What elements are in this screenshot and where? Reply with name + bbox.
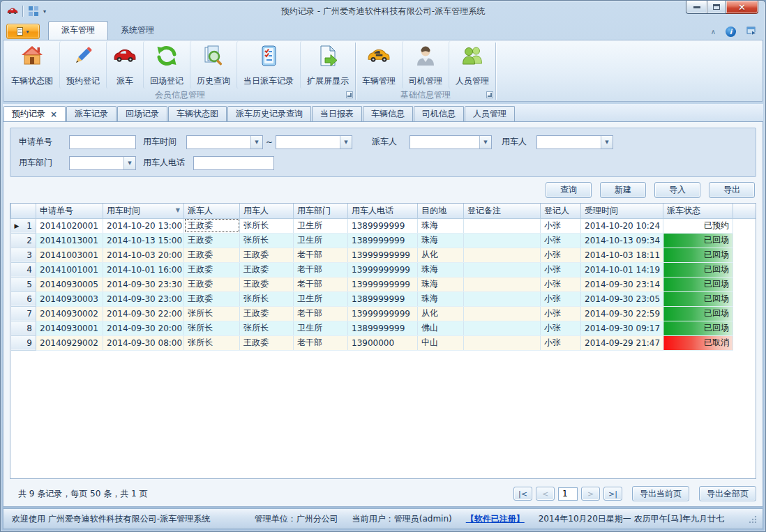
reservation-register-button[interactable]: 预约登记: [59, 41, 106, 89]
cell[interactable]: 2014-09-30 23:05: [581, 291, 663, 306]
new-button[interactable]: 新建: [600, 182, 646, 198]
doc-tab-6[interactable]: 车辆信息: [363, 106, 413, 121]
row-selector-cell[interactable]: 2: [11, 233, 36, 248]
table-row[interactable]: 4201410010012014-10-01 16:00王政委王政委老干部139…: [11, 262, 756, 277]
cell[interactable]: 2014-09-30 22:00: [103, 306, 184, 321]
resize-grip[interactable]: [748, 515, 757, 524]
personnel-manage-button[interactable]: 人员管理: [449, 41, 495, 89]
chevron-down-icon[interactable]: ▾: [43, 8, 46, 15]
cell[interactable]: 2014-10-13 09:34: [581, 233, 663, 248]
cell[interactable]: 卫生所: [294, 233, 348, 248]
doc-tab-0[interactable]: 预约记录×: [3, 106, 66, 121]
info-icon[interactable]: i: [726, 26, 736, 37]
cell[interactable]: 2014-09-30 23:30: [103, 277, 184, 291]
phone-input[interactable]: [193, 156, 274, 170]
chevron-down-icon[interactable]: ▼: [250, 136, 262, 149]
status-badge[interactable]: 已取消: [663, 335, 733, 350]
cell[interactable]: 张所长: [184, 306, 240, 321]
column-header-0[interactable]: [11, 204, 36, 218]
chevron-down-icon[interactable]: ▼: [479, 136, 491, 149]
cell[interactable]: 2014-09-30 08:00: [103, 335, 184, 350]
cell[interactable]: 王政委: [240, 248, 294, 262]
cell[interactable]: 王政委: [240, 335, 294, 350]
collapse-ribbon-icon[interactable]: ∧: [711, 28, 716, 36]
cell[interactable]: 张所长: [240, 291, 294, 306]
doc-tab-5[interactable]: 当日报表: [312, 106, 362, 121]
cell[interactable]: 珠海: [418, 233, 464, 248]
cell[interactable]: 王政委: [184, 248, 240, 262]
history-query-button[interactable]: 历史查询: [190, 41, 236, 89]
cell[interactable]: 小张: [541, 335, 581, 350]
cell[interactable]: 2014-09-30 23:00: [103, 291, 184, 306]
cell[interactable]: 2014-10-20 13:00: [103, 218, 184, 233]
cell[interactable]: 王政委: [184, 291, 240, 306]
cell[interactable]: 小张: [541, 233, 581, 248]
cell[interactable]: 王政委: [240, 306, 294, 321]
cell[interactable]: 小张: [541, 218, 581, 233]
dispatch-button[interactable]: 派车: [106, 41, 143, 89]
cell[interactable]: 2014-09-30 22:59: [581, 306, 663, 321]
car-user-combo[interactable]: ▼: [536, 135, 613, 149]
status-badge[interactable]: 已回场: [663, 248, 733, 262]
ribbon-tab-system[interactable]: 系统管理: [108, 22, 167, 40]
cell[interactable]: 小张: [541, 277, 581, 291]
cell[interactable]: 老干部: [294, 262, 348, 277]
export-current-page-button[interactable]: 导出当前页: [632, 486, 689, 501]
status-badge[interactable]: 已预约: [663, 218, 733, 233]
dialog-launcher-icon[interactable]: [346, 91, 353, 98]
close-button[interactable]: ✕: [726, 1, 758, 14]
cell[interactable]: 张所长: [184, 335, 240, 350]
cell[interactable]: [464, 335, 541, 350]
window-style-grid-icon[interactable]: [27, 6, 39, 17]
cell[interactable]: 卫生所: [294, 291, 348, 306]
export-all-pages-button[interactable]: 导出全部页: [699, 486, 756, 501]
return-register-button[interactable]: 回场登记: [143, 41, 190, 89]
cell[interactable]: 13999999999: [348, 306, 418, 321]
cell[interactable]: 王政委: [184, 233, 240, 248]
cell[interactable]: 1389999999: [348, 233, 418, 248]
cell[interactable]: 老干部: [294, 306, 348, 321]
maximize-button[interactable]: [707, 1, 726, 14]
cell[interactable]: 王政委: [184, 277, 240, 291]
cell[interactable]: 王政委: [184, 262, 240, 277]
cell[interactable]: 2014-10-20 10:24: [581, 218, 663, 233]
row-selector-cell[interactable]: 7: [11, 306, 36, 321]
doc-tab-3[interactable]: 车辆状态图: [168, 106, 227, 121]
cell[interactable]: 小张: [541, 248, 581, 262]
row-selector-cell[interactable]: ▶1: [11, 218, 36, 233]
cell[interactable]: 从化: [418, 306, 464, 321]
cell[interactable]: 2014-10-01 14:19: [581, 262, 663, 277]
use-time-to-combo[interactable]: ▼: [276, 135, 352, 149]
status-badge[interactable]: 已回场: [663, 277, 733, 291]
table-row[interactable]: 6201409300032014-09-30 23:00王政委张所长卫生所138…: [11, 291, 756, 306]
column-header-5[interactable]: 用车部门: [294, 204, 348, 218]
cell[interactable]: 王政委: [240, 262, 294, 277]
skin-switch-icon[interactable]: [746, 25, 757, 38]
ribbon-tab-dispatch[interactable]: 派车管理: [48, 21, 108, 40]
column-header-11[interactable]: 派车状态: [663, 204, 733, 218]
use-time-from-combo[interactable]: ▼: [186, 135, 263, 149]
license-link[interactable]: 【软件已注册】: [466, 513, 525, 525]
column-header-7[interactable]: 目的地: [418, 204, 464, 218]
cell[interactable]: 13999999999: [348, 262, 418, 277]
table-row[interactable]: 2201410130012014-10-13 15:00王政委张所长卫生所138…: [11, 233, 756, 248]
cell[interactable]: 20141020001: [36, 218, 103, 233]
close-tab-icon[interactable]: ×: [50, 110, 57, 119]
table-row[interactable]: 7201409300022014-09-30 22:00张所长王政委老干部139…: [11, 306, 756, 321]
column-header-6[interactable]: 用车人电话: [348, 204, 418, 218]
table-row[interactable]: 5201409300052014-09-30 23:30王政委王政委老干部139…: [11, 277, 756, 291]
doc-tab-2[interactable]: 回场记录: [117, 106, 167, 121]
cell[interactable]: 小张: [541, 291, 581, 306]
cell[interactable]: [464, 291, 541, 306]
column-header-4[interactable]: 用车人: [240, 204, 294, 218]
page-number-input[interactable]: [558, 487, 578, 501]
cell[interactable]: 2014-10-01 16:00: [103, 262, 184, 277]
cell[interactable]: 老干部: [294, 335, 348, 350]
cell[interactable]: 老干部: [294, 248, 348, 262]
dialog-launcher-icon[interactable]: [486, 91, 493, 98]
cell[interactable]: 卫生所: [294, 218, 348, 233]
cell[interactable]: 卫生所: [294, 321, 348, 335]
column-header-1[interactable]: 申请单号: [36, 204, 103, 218]
dispatcher-combo[interactable]: ▼: [410, 135, 492, 149]
doc-tab-4[interactable]: 派车历史记录查询: [227, 106, 311, 121]
